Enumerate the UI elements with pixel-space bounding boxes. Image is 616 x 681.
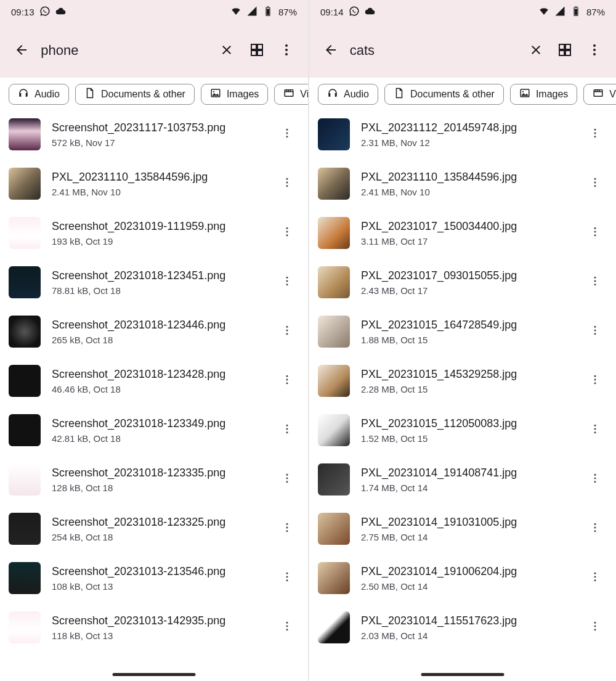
- file-row[interactable]: PXL_20231014_191408741.jpg1.74 MB, Oct 1…: [309, 455, 616, 504]
- file-row[interactable]: PXL_20231014_115517623.jpg2.03 MB, Oct 1…: [309, 603, 616, 652]
- file-more-button[interactable]: [583, 369, 607, 393]
- file-more-button[interactable]: [275, 221, 299, 245]
- file-info: Screenshot_20231013-142935.png118 kB, Oc…: [52, 614, 264, 640]
- chip-label: Images: [536, 89, 568, 100]
- more-vert-icon: [281, 176, 293, 191]
- chip-label: Documents & other: [101, 89, 185, 100]
- filter-chip-vi[interactable]: Vi: [583, 84, 616, 105]
- file-name: Screenshot_20231018-123446.png: [52, 318, 264, 332]
- svg-point-64: [594, 330, 596, 332]
- file-row[interactable]: Screenshot_20231018-123451.png78.81 kB, …: [0, 258, 308, 307]
- file-row[interactable]: PXL_20231112_201459748.jpg2.31 MB, Nov 1…: [309, 110, 616, 159]
- file-more-button[interactable]: [275, 171, 299, 196]
- file-row[interactable]: Screenshot_20231018-123349.png42.81 kB, …: [0, 406, 308, 455]
- signal-icon: [246, 6, 257, 18]
- file-more-button[interactable]: [583, 615, 607, 640]
- file-name: PXL_20231112_201459748.jpg: [361, 121, 572, 135]
- file-thumbnail: [318, 266, 350, 298]
- svg-point-12: [286, 178, 288, 180]
- file-more-button[interactable]: [583, 319, 607, 344]
- file-row[interactable]: Screenshot_20231019-111959.png193 kB, Oc…: [0, 208, 308, 258]
- view-grid-button[interactable]: [244, 37, 270, 64]
- filter-chip-audio[interactable]: Audio: [9, 84, 69, 105]
- file-more-button[interactable]: [583, 566, 607, 590]
- svg-point-15: [286, 227, 288, 229]
- file-more-button[interactable]: [275, 467, 299, 492]
- filter-chip-images[interactable]: Images: [510, 84, 577, 105]
- status-time: 09:14: [320, 7, 344, 17]
- file-more-button[interactable]: [583, 221, 607, 245]
- status-bar: 09:1487%: [309, 0, 616, 23]
- file-more-button[interactable]: [275, 418, 299, 442]
- svg-point-28: [286, 428, 288, 430]
- file-more-button[interactable]: [275, 122, 299, 147]
- file-row[interactable]: Screenshot_20231018-123335.png128 kB, Oc…: [0, 455, 308, 504]
- nav-handle[interactable]: [421, 673, 505, 676]
- file-row[interactable]: PXL_20231014_191031005.jpg2.75 MB, Oct 1…: [309, 504, 616, 553]
- filter-chip-documents[interactable]: Documents & other: [75, 84, 195, 105]
- file-meta: 128 kB, Oct 18: [52, 483, 264, 493]
- file-row[interactable]: PXL_20231015_145329258.jpg2.28 MB, Oct 1…: [309, 356, 616, 406]
- svg-point-65: [594, 333, 596, 335]
- file-row[interactable]: PXL_20231110_135844596.jpg2.41 MB, Nov 1…: [0, 159, 308, 208]
- file-name: PXL_20231014_191006204.jpg: [361, 565, 572, 579]
- back-button[interactable]: [9, 37, 34, 64]
- file-more-button[interactable]: [275, 615, 299, 640]
- svg-point-41: [286, 629, 288, 630]
- filter-chip-audio[interactable]: Audio: [318, 84, 378, 105]
- more-vert-icon: [589, 373, 601, 388]
- file-more-button[interactable]: [583, 270, 607, 295]
- filter-chip-vi[interactable]: Vi: [274, 84, 308, 105]
- file-name: Screenshot_20231018-123349.png: [52, 417, 264, 431]
- overflow-menu-button[interactable]: [582, 37, 607, 64]
- file-row[interactable]: Screenshot_20231117-103753.png572 kB, No…: [0, 110, 308, 159]
- file-more-button[interactable]: [583, 418, 607, 442]
- file-info: PXL_20231014_115517623.jpg2.03 MB, Oct 1…: [361, 614, 572, 640]
- file-thumbnail: [318, 414, 350, 446]
- file-name: PXL_20231014_191408741.jpg: [361, 466, 572, 480]
- file-more-button[interactable]: [583, 516, 607, 541]
- more-vert-icon: [589, 423, 601, 438]
- search-input[interactable]: [38, 43, 210, 59]
- file-more-button[interactable]: [583, 171, 607, 196]
- file-more-button[interactable]: [275, 270, 299, 295]
- file-row[interactable]: Screenshot_20231018-123446.png265 kB, Oc…: [0, 307, 308, 356]
- more-vert-icon: [589, 324, 601, 339]
- file-row[interactable]: PXL_20231015_112050083.jpg1.52 MB, Oct 1…: [309, 406, 616, 455]
- filter-chip-images[interactable]: Images: [201, 84, 268, 105]
- nav-handle[interactable]: [113, 673, 196, 676]
- file-info: Screenshot_20231018-123335.png128 kB, Oc…: [52, 466, 264, 492]
- file-more-button[interactable]: [275, 566, 299, 590]
- svg-point-24: [286, 375, 288, 377]
- back-button[interactable]: [318, 37, 344, 64]
- file-more-button[interactable]: [275, 319, 299, 344]
- file-thumbnail: [9, 217, 41, 249]
- file-thumbnail: [318, 316, 350, 348]
- file-more-button[interactable]: [275, 516, 299, 541]
- file-more-button[interactable]: [583, 122, 607, 147]
- file-info: Screenshot_20231117-103753.png572 kB, No…: [52, 121, 264, 147]
- file-row[interactable]: Screenshot_20231018-123428.png46.46 kB, …: [0, 356, 308, 406]
- file-row[interactable]: PXL_20231017_093015055.jpg2.43 MB, Oct 1…: [309, 258, 616, 307]
- file-row[interactable]: PXL_20231014_191006204.jpg2.50 MB, Oct 1…: [309, 553, 616, 603]
- video-icon: [283, 88, 294, 101]
- clear-button[interactable]: [523, 37, 549, 64]
- overflow-menu-button[interactable]: [274, 37, 299, 64]
- file-row[interactable]: PXL_20231015_164728549.jpg1.88 MB, Oct 1…: [309, 307, 616, 356]
- view-grid-button[interactable]: [553, 37, 578, 64]
- svg-point-32: [286, 481, 288, 483]
- svg-rect-1: [267, 6, 269, 7]
- clear-button[interactable]: [214, 37, 240, 64]
- file-row[interactable]: Screenshot_20231013-142935.png118 kB, Oc…: [0, 603, 308, 652]
- search-input[interactable]: [347, 43, 519, 59]
- file-more-button[interactable]: [275, 369, 299, 393]
- file-name: PXL_20231015_145329258.jpg: [361, 367, 572, 381]
- file-row[interactable]: Screenshot_20231018-123325.png254 kB, Oc…: [0, 504, 308, 553]
- file-row[interactable]: Screenshot_20231013-213546.png108 kB, Oc…: [0, 553, 308, 603]
- file-row[interactable]: PXL_20231017_150034400.jpg3.11 MB, Oct 1…: [309, 208, 616, 258]
- headphones-icon: [327, 88, 338, 101]
- filter-chip-documents[interactable]: Documents & other: [384, 84, 504, 105]
- file-meta: 1.52 MB, Oct 15: [361, 433, 572, 444]
- file-more-button[interactable]: [583, 467, 607, 492]
- file-row[interactable]: PXL_20231110_135844596.jpg2.41 MB, Nov 1…: [309, 159, 616, 208]
